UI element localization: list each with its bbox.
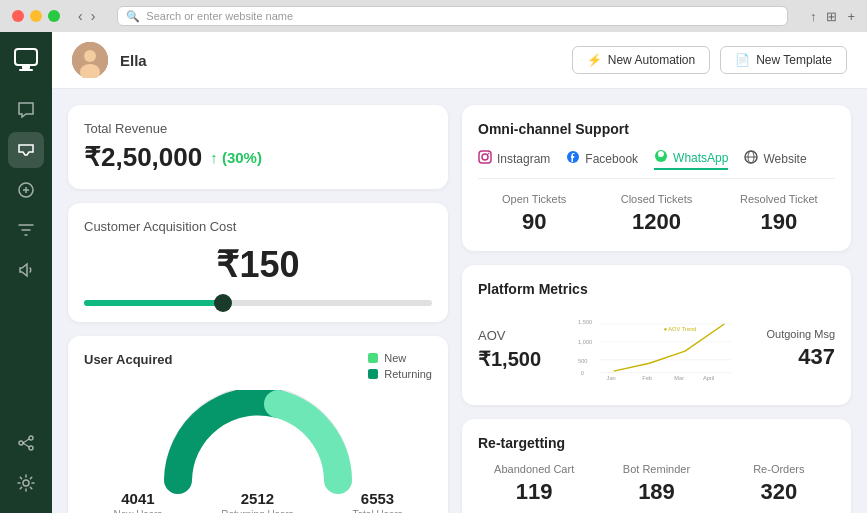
pm-aov: AOV ₹1,500 [478,328,568,371]
new-automation-label: New Automation [608,53,695,67]
svg-text:1,000: 1,000 [578,339,592,345]
legend-label-new: New [384,352,406,364]
instagram-label: Instagram [497,152,550,166]
returning-users-label: Returning Users [221,509,293,513]
sidebar-item-chat[interactable] [8,92,44,128]
avatar [72,42,108,78]
svg-rect-1 [22,65,30,69]
add-tab-icon[interactable]: + [847,9,855,24]
chat-icon [17,101,35,119]
user-acquired-card: User Acquired New Returning [68,336,448,513]
revenue-change: ↑ (30%) [210,149,262,166]
whatsapp-label: WhatsApp [673,151,728,165]
settings-icon [17,474,35,492]
sidebar-item-integrations[interactable] [8,425,44,461]
bot-reminder: Bot Reminder 189 [600,463,712,505]
legend-dot-new [368,353,378,363]
svg-point-9 [84,50,96,62]
back-button[interactable]: ‹ [78,8,83,24]
ua-stats: 4041 New Users 2512 Returning Users 6553… [84,490,432,513]
sidebar-item-inbox[interactable] [8,132,44,168]
svg-point-6 [29,446,33,450]
svg-rect-0 [15,49,37,65]
semi-circle-chart [158,390,358,500]
sidebar-item-campaigns[interactable] [8,252,44,288]
new-users-label: New Users [113,509,162,513]
svg-text:Feb: Feb [642,375,652,381]
sidebar-item-messages[interactable] [8,172,44,208]
new-template-button[interactable]: 📄 New Template [720,46,847,74]
chart-area: 4041 New Users 2512 Returning Users 6553… [84,390,432,513]
ua-total-users: 6553 Total Users [353,490,403,513]
slider-thumb[interactable] [214,294,232,312]
pm-title: Platform Metrics [478,281,835,297]
channel-tabs: Instagram Facebook WhatsAp [478,149,835,179]
omni-channel-card: Omni-channel Support Instagram [462,105,851,251]
whatsapp-icon [654,149,668,166]
cac-slider[interactable] [84,300,432,306]
messages-icon [17,181,35,199]
svg-point-5 [29,436,33,440]
maximize-button[interactable] [48,10,60,22]
pm-outgoing-value: 437 [745,344,835,370]
right-column: Omni-channel Support Instagram [462,105,851,513]
ua-legend: New Returning [368,352,432,380]
channel-facebook[interactable]: Facebook [566,149,638,170]
instagram-icon [478,150,492,167]
legend-returning: Returning [368,368,432,380]
automation-icon: ⚡ [587,53,602,67]
template-icon: 📄 [735,53,750,67]
re-orders-value: 320 [723,479,835,505]
svg-text:1,500: 1,500 [578,319,592,325]
app-layout: Ella ⚡ New Automation 📄 New Template Tot… [0,32,867,513]
pm-chart: 1,500 1,000 500 0 Jan Feb Mar April [578,309,735,389]
channel-whatsapp[interactable]: WhatsApp [654,149,728,170]
platform-metrics-card: Platform Metrics AOV ₹1,500 1,500 1,000 … [462,265,851,405]
left-column: Total Revenue ₹2,50,000 ↑ (30%) Customer… [68,105,448,513]
new-automation-button[interactable]: ⚡ New Automation [572,46,710,74]
legend-new: New [368,352,432,364]
website-icon [744,150,758,167]
pm-aov-value: ₹1,500 [478,347,568,371]
user-name: Ella [120,52,560,69]
open-tickets-value: 90 [478,209,590,235]
logo-icon [13,47,39,73]
header-actions: ⚡ New Automation 📄 New Template [572,46,847,74]
ua-new-users: 4041 New Users [113,490,162,513]
svg-point-4 [19,441,23,445]
forward-button[interactable]: › [91,8,96,24]
close-button[interactable] [12,10,24,22]
resolved-tickets-label: Resolved Ticket [723,193,835,205]
svg-text:0: 0 [581,370,584,376]
cac-card: Customer Acquisition Cost ₹150 [68,203,448,322]
channel-instagram[interactable]: Instagram [478,149,550,170]
sidebar-item-filter[interactable] [8,212,44,248]
resolved-tickets: Resolved Ticket 190 [723,193,835,235]
nav-buttons: ‹ › [78,8,95,24]
aov-trend-chart: 1,500 1,000 500 0 Jan Feb Mar April [578,309,735,389]
revenue-label: Total Revenue [84,121,432,136]
svg-text:500: 500 [578,358,588,364]
minimize-button[interactable] [30,10,42,22]
svg-text:● AOV Trend: ● AOV Trend [664,326,697,332]
address-bar[interactable]: 🔍 Search or enter website name [117,6,788,26]
filter-icon [17,221,35,239]
legend-label-returning: Returning [384,368,432,380]
rt-stats: Abandoned Cart 119 Bot Reminder 189 Re-O… [478,463,835,505]
sidebar [0,32,52,513]
svg-point-7 [23,480,29,486]
cac-label: Customer Acquisition Cost [84,219,432,234]
retargeting-card: Re-targetting Abandoned Cart 119 Bot Rem… [462,419,851,513]
open-tickets: Open Tickets 90 [478,193,590,235]
closed-tickets: Closed Tickets 1200 [600,193,712,235]
channel-website[interactable]: Website [744,149,806,170]
returning-users-value: 2512 [221,490,293,507]
share-icon: ↑ [810,9,817,24]
closed-tickets-value: 1200 [600,209,712,235]
closed-tickets-label: Closed Tickets [600,193,712,205]
svg-rect-2 [19,69,33,71]
new-users-value: 4041 [113,490,162,507]
sidebar-item-settings[interactable] [8,465,44,501]
legend-dot-returning [368,369,378,379]
ua-returning-users: 2512 Returning Users [221,490,293,513]
